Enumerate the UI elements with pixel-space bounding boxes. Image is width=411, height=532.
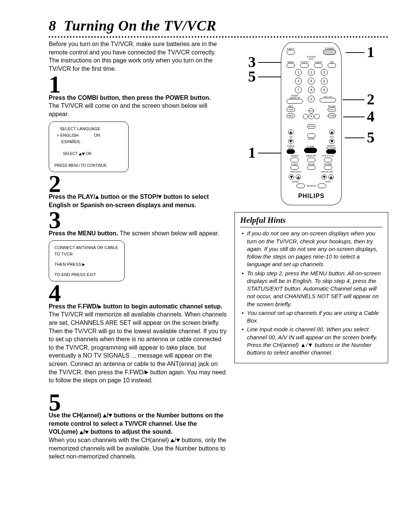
eject-button[interactable] xyxy=(287,50,295,54)
ffwd-button[interactable]: F.FWD xyxy=(328,113,336,118)
triangle-right-icon xyxy=(82,263,85,266)
step-5-number: 5 xyxy=(49,392,228,413)
menu-button[interactable] xyxy=(287,63,295,68)
triangle-down-icon xyxy=(82,153,85,155)
num-2-button[interactable]: 2 xyxy=(308,69,315,76)
step-3-bold: Press the MENU button. xyxy=(49,230,118,236)
speed-button[interactable] xyxy=(290,158,299,162)
num-1-button[interactable]: 1 xyxy=(295,69,302,76)
ch-down-button[interactable] xyxy=(288,139,293,144)
callout-r-2: 2 xyxy=(367,92,374,107)
combi-button[interactable] xyxy=(304,148,317,153)
varslow-up-button[interactable] xyxy=(328,174,334,180)
remote-control: EJECT POWER STATUS EXIT xyxy=(281,42,342,205)
step-1-bold: Press the COMBI button, then press the P… xyxy=(49,94,211,101)
hint-item: To skip step 2, press the MENU button. A… xyxy=(240,270,382,308)
fadv-button[interactable] xyxy=(290,165,299,170)
smart-button[interactable] xyxy=(326,149,336,154)
callout-r-1: 1 xyxy=(367,45,374,60)
triangle-up-icon xyxy=(170,439,174,442)
memory-button[interactable] xyxy=(307,158,315,162)
hint-item: Line Input mode is channel 00. When you … xyxy=(240,326,382,356)
dotted-rule xyxy=(49,35,388,38)
screen2-l3: THEN PRESS xyxy=(54,262,82,267)
numpad: 1 2 3 4 5 6 7 8 9 xyxy=(284,69,338,93)
num-8-button[interactable]: 8 xyxy=(308,86,315,93)
triangle-up-icon xyxy=(95,195,99,199)
play-button[interactable]: PLAY xyxy=(309,108,314,113)
fm-button[interactable] xyxy=(328,63,336,68)
pause-button[interactable]: STILL xyxy=(328,107,336,112)
num-9-button[interactable]: 9 xyxy=(321,86,328,93)
triangle-up-icon xyxy=(297,176,300,179)
vol-up-button[interactable] xyxy=(329,129,335,135)
num-6-button[interactable]: 6 xyxy=(321,78,328,85)
cable-button[interactable] xyxy=(287,149,295,154)
triangle-down-icon xyxy=(158,195,162,199)
screen-language: SELECT LANGUAGE > ENGLISH ON ESPAÑOL SEL… xyxy=(49,121,129,172)
slow-button[interactable] xyxy=(307,165,315,170)
page-number: 8 xyxy=(49,18,56,34)
mute-button[interactable] xyxy=(307,133,315,138)
step-1-text: Press the COMBI button, then press the P… xyxy=(49,94,228,118)
triangle-up-icon xyxy=(289,131,292,134)
label-eject: EJECT xyxy=(287,48,295,50)
num-4-button[interactable]: 4 xyxy=(295,78,302,85)
screen2-l2: TO TVCR xyxy=(54,251,119,257)
sleep-button[interactable] xyxy=(287,99,303,104)
step-3-text: Press the MENU button. The screen shown … xyxy=(49,229,228,238)
power-button[interactable] xyxy=(323,50,336,55)
vcrplus-button[interactable] xyxy=(324,158,332,162)
triangle-up-icon xyxy=(79,153,82,155)
step-2-text: Press the PLAY/ button or the STOP/ butt… xyxy=(49,193,228,209)
remote-wrap: 1 2 4 5 3 5 1 EJECT xyxy=(250,42,372,205)
step-5-text: Use the CH(annel) / buttons or the Numbe… xyxy=(49,411,228,461)
rew-button[interactable]: REW xyxy=(287,113,295,118)
num-0-button[interactable]: 0 xyxy=(308,96,315,102)
clear-button[interactable] xyxy=(314,63,322,68)
right-column: 1 2 4 5 3 5 1 EJECT xyxy=(234,40,388,462)
triangle-up-icon xyxy=(330,131,333,134)
num-7-button[interactable]: 7 xyxy=(295,86,302,93)
tracking-down-button[interactable] xyxy=(289,174,294,180)
rec-button[interactable]: OTR xyxy=(287,107,295,112)
left-column: Before you turn on the TV/VCR, make sure… xyxy=(49,40,228,462)
screen2-l1: CONNECT ANTENNA OR CABLE xyxy=(54,244,119,251)
hints-title: Helpful Hints xyxy=(240,212,382,227)
label-power: POWER xyxy=(323,47,336,50)
callout-r-5: 5 xyxy=(367,130,374,145)
step-1-body: The TV/VCR will come on and the screen s… xyxy=(49,102,207,117)
triangle-up-icon xyxy=(103,414,107,417)
altch-button[interactable] xyxy=(320,98,336,102)
enter-button[interactable] xyxy=(324,165,332,170)
triangle-up-icon xyxy=(330,176,333,179)
step-3-number: 3 xyxy=(49,210,228,230)
tracking-up-button[interactable] xyxy=(296,174,301,180)
step-3-body: The screen shown below will appear. xyxy=(118,230,219,236)
nav-right-button[interactable] xyxy=(314,114,320,119)
num-3-button[interactable]: 3 xyxy=(321,69,328,76)
hints-list: If you do not see any on-screen displays… xyxy=(240,230,382,356)
step-1-number: 1 xyxy=(49,74,228,95)
nav-center-button[interactable]: ✦ xyxy=(309,114,314,119)
search-next-button[interactable] xyxy=(318,184,326,188)
triangle-right-icon xyxy=(145,371,148,374)
vol-down-button[interactable] xyxy=(329,139,335,144)
screen1-l5: PRESS MENU TO CONTINUE xyxy=(54,163,123,169)
nav-left-button[interactable] xyxy=(303,114,308,119)
varslow-down-button[interactable] xyxy=(322,174,327,180)
search-prev-button[interactable] xyxy=(296,184,305,188)
triangle-down-icon xyxy=(323,176,326,179)
vcrtv-button[interactable] xyxy=(300,63,309,68)
stop-button[interactable]: STOP xyxy=(307,124,315,129)
step-4-text: Press the F.FWD/ button to begin automat… xyxy=(49,302,228,385)
callout-l-3: 3 xyxy=(248,54,256,70)
ch-up-button[interactable] xyxy=(288,129,293,135)
screen-antenna: CONNECT ANTENNA OR CABLE TO TVCR THEN PR… xyxy=(49,240,125,281)
screen1-l1: SELECT LANGUAGE xyxy=(54,126,123,132)
transport-cluster: RECOTR PAUSESTILL REW F.FWD PLAY ✦ STOP xyxy=(284,105,338,128)
hint-item: You cannot set up channels if you are us… xyxy=(240,309,382,325)
num-5-button[interactable]: 5 xyxy=(308,78,315,85)
helpful-hints-box: Helpful Hints If you do not see any on-s… xyxy=(234,212,388,363)
triangle-down-icon xyxy=(289,140,292,143)
